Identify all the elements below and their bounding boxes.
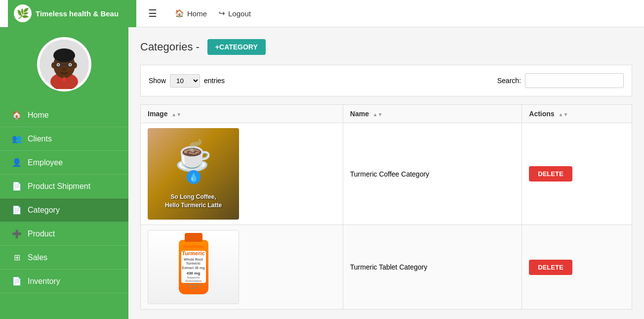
svg-point-5 <box>53 48 75 62</box>
show-label: Show <box>149 77 166 85</box>
nav-logout-label: Logout <box>228 9 251 18</box>
employee-nav-icon: 👤 <box>12 158 22 167</box>
page-header: Categories - +CATEGORY <box>140 39 632 55</box>
sales-nav-icon: ⊞ <box>12 253 22 262</box>
sidebar-item-product[interactable]: ➕ Product <box>0 222 128 246</box>
search-box: Search: <box>497 73 624 88</box>
hamburger-icon[interactable]: ☰ <box>148 7 157 19</box>
sidebar-item-home-label: Home <box>28 111 49 120</box>
inventory-nav-icon: 📄 <box>12 276 22 286</box>
svg-point-16 <box>70 64 71 66</box>
table-row: Sundown Turmeric Whole Root Turmeric Ext… <box>141 225 632 310</box>
sidebar-item-sales[interactable]: ⊞ Sales <box>0 246 128 270</box>
svg-point-15 <box>58 64 59 66</box>
image-sort-icon: ▲▼ <box>171 112 181 117</box>
row1-name-cell: Turmeric Coffee Category <box>343 123 522 225</box>
sidebar-nav: 🏠 Home 👥 Clients 👤 Employee 📄 Product Sh… <box>0 103 128 293</box>
col-header-actions[interactable]: Actions ▲▼ <box>522 105 632 123</box>
col-header-image[interactable]: Image ▲▼ <box>141 105 343 123</box>
sidebar-item-employee[interactable]: 👤 Employee <box>0 151 128 175</box>
logout-icon: ↪ <box>219 9 225 18</box>
row2-category-name: Turmeric Tablet Category <box>350 263 427 271</box>
coffee-category-image: 💧 So Long Coffee,Hello Turmeric Latte <box>148 128 239 220</box>
search-input[interactable] <box>525 73 624 88</box>
brand-name: Timeless health & Beau <box>36 9 119 18</box>
avatar-image <box>40 40 89 89</box>
sidebar-item-clients-label: Clients <box>28 135 52 143</box>
row2-image-cell: Sundown Turmeric Whole Root Turmeric Ext… <box>141 225 343 310</box>
row1-image-cell: 💧 So Long Coffee,Hello Turmeric Latte <box>141 123 343 225</box>
brand: 🌿 Timeless health & Beau <box>8 0 136 27</box>
coffee-brand-icon: 💧 <box>187 170 201 184</box>
col-header-name[interactable]: Name ▲▼ <box>343 105 522 123</box>
clients-nav-icon: 👥 <box>12 134 22 143</box>
actions-sort-icon: ▲▼ <box>559 112 568 117</box>
entries-label: entries <box>204 77 225 85</box>
home-icon: 🏠 <box>175 9 184 18</box>
row2-name-cell: Turmeric Tablet Category <box>343 225 522 310</box>
svg-point-17 <box>62 68 66 71</box>
nav-home-label: Home <box>187 9 207 18</box>
product-nav-icon: ➕ <box>12 229 22 238</box>
search-label: Search: <box>497 77 521 85</box>
show-entries: Show 10 25 50 100 entries <box>149 74 225 88</box>
name-sort-icon: ▲▼ <box>373 112 383 117</box>
bottle-label: Sundown Turmeric Whole Root Turmeric Ext… <box>181 251 206 283</box>
shipment-nav-icon: 📄 <box>12 182 22 191</box>
sidebar-item-employee-label: Employee <box>28 158 63 167</box>
sidebar-item-category[interactable]: 📄 Category <box>0 198 128 222</box>
entries-select[interactable]: 10 25 50 100 <box>170 74 200 88</box>
tablet-category-image: Sundown Turmeric Whole Root Turmeric Ext… <box>148 230 239 304</box>
avatar <box>37 37 91 91</box>
brand-logo-icon: 🌿 <box>14 4 32 22</box>
add-category-button[interactable]: +CATEGORY <box>207 39 266 55</box>
sidebar-item-inventory[interactable]: 📄 Inventory <box>0 270 128 293</box>
delete-row2-button[interactable]: DELETE <box>529 260 572 275</box>
delete-row1-button[interactable]: DELETE <box>529 166 572 182</box>
coffee-image-text: So Long Coffee,Hello Turmeric Latte <box>148 193 239 210</box>
sidebar-item-product-label: Product <box>28 229 55 238</box>
sidebar: 🏠 Home 👥 Clients 👤 Employee 📄 Product Sh… <box>0 27 128 319</box>
navbar-items: 🏠 Home ↪ Logout <box>169 9 251 18</box>
bottle-cap <box>185 233 202 242</box>
bottle-shape: Sundown Turmeric Whole Root Turmeric Ext… <box>179 240 208 294</box>
table-row: 💧 So Long Coffee,Hello Turmeric Latte Tu… <box>141 123 632 225</box>
top-navbar: 🌿 Timeless health & Beau ☰ 🏠 Home ↪ Logo… <box>0 0 644 27</box>
nav-logout[interactable]: ↪ Logout <box>219 9 251 18</box>
category-nav-icon: 📄 <box>12 205 22 215</box>
sidebar-item-home[interactable]: 🏠 Home <box>0 103 128 127</box>
sidebar-item-sales-label: Sales <box>28 253 47 262</box>
sidebar-item-clients[interactable]: 👥 Clients <box>0 127 128 151</box>
categories-table: Image ▲▼ Name ▲▼ Actions ▲▼ 💧 <box>140 104 632 310</box>
row1-actions-cell: DELETE <box>522 123 632 225</box>
main-content: Categories - +CATEGORY Show 10 25 50 100… <box>128 27 644 319</box>
home-nav-icon: 🏠 <box>12 110 22 120</box>
main-layout: 🏠 Home 👥 Clients 👤 Employee 📄 Product Sh… <box>0 27 644 319</box>
sidebar-item-category-label: Category <box>28 206 60 215</box>
nav-home[interactable]: 🏠 Home <box>175 9 207 18</box>
row2-actions-cell: DELETE <box>522 225 632 310</box>
sidebar-item-product-shipment[interactable]: 📄 Product Shipment <box>0 175 128 198</box>
sidebar-item-inventory-label: Inventory <box>28 277 60 286</box>
row1-category-name: Turmeric Coffee Category <box>350 170 429 178</box>
sidebar-item-shipment-label: Product Shipment <box>28 182 90 191</box>
table-controls: Show 10 25 50 100 entries Search: <box>140 65 632 96</box>
page-title: Categories - <box>140 41 200 53</box>
